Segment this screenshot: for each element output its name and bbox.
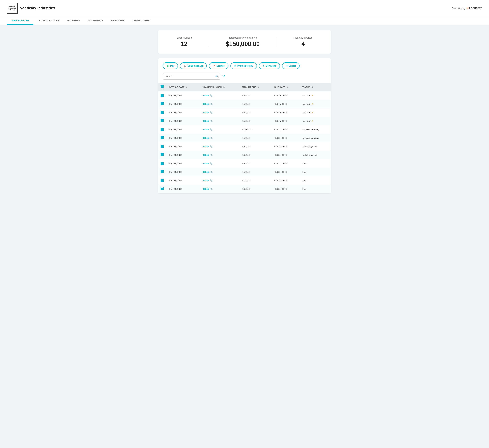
- dollar-sign: $: [242, 137, 243, 139]
- search-input[interactable]: [163, 73, 220, 80]
- status-badge: Partial payment: [302, 145, 317, 148]
- due-date-cell: Oct 15, 2019: [272, 100, 299, 108]
- status-badge: Payment pending: [302, 128, 319, 131]
- amount-value: 500.00: [244, 137, 250, 139]
- invoice-date-cell: Sep 31, 2019: [166, 117, 200, 125]
- download-button[interactable]: ⬇Download: [259, 63, 280, 69]
- row-checkbox[interactable]: [161, 187, 164, 190]
- invoice-number-link[interactable]: 12345: [203, 179, 209, 182]
- row-checkbox-cell: [158, 108, 166, 117]
- amount-due-cell: $ 306.00: [239, 151, 271, 159]
- status-cell: Past due ⚠: [299, 117, 331, 125]
- invoice-number-cell: 12345📎: [200, 168, 239, 176]
- due-date-header[interactable]: DUE DATE ⇅: [272, 83, 299, 91]
- table-row: Sep 31, 201912345📎$ 900.50Oct 31, 2019Op…: [158, 159, 331, 168]
- due-date-cell: Oct 31, 2019: [272, 168, 299, 176]
- row-checkbox[interactable]: [161, 153, 164, 156]
- row-checkbox-cell: [158, 159, 166, 168]
- dispute-button[interactable]: ❓Dispute: [209, 63, 228, 69]
- invoice-number-link[interactable]: 12345: [203, 154, 209, 156]
- promise-to-pay-label: Promise to pay: [237, 65, 253, 67]
- invoice-date-cell: Sep 31, 2019: [166, 151, 200, 159]
- amount-due-cell: $ 500.00: [239, 168, 271, 176]
- invoice-number-link[interactable]: 12345: [203, 162, 209, 165]
- invoice-date-cell: Sep 31, 2019: [166, 168, 200, 176]
- row-checkbox[interactable]: [161, 94, 164, 97]
- lockstep-badge: Connected by ✕ LOCKSTEP: [452, 7, 482, 10]
- invoice-number-link[interactable]: 12345: [203, 137, 209, 139]
- due-date-cell: Oct 31, 2019: [272, 125, 299, 134]
- attachment-icon: 📎: [210, 103, 212, 105]
- amount-due-header[interactable]: AMOUNT DUE ⇅: [239, 83, 271, 91]
- company-name: Vandelay Industries: [20, 6, 55, 10]
- attachment-icon: 📎: [210, 128, 212, 131]
- past-due-label: Past due invoices: [294, 36, 312, 39]
- nav-item-closed-invoices[interactable]: CLOSED INVOICES: [33, 16, 63, 25]
- row-checkbox[interactable]: [161, 119, 164, 122]
- table-row: Sep 31, 201912345📎$ 306.00Oct 31, 2019Pa…: [158, 151, 331, 159]
- status-cell: Open: [299, 168, 331, 176]
- invoice-number-link[interactable]: 12345: [203, 145, 209, 148]
- invoice-number-link[interactable]: 12345: [203, 128, 209, 131]
- nav-item-payments[interactable]: PAYMENTS: [63, 16, 84, 25]
- total-balance-value: $150,000.00: [226, 41, 260, 48]
- logo-area: Vandelay Industries Export Vandelay Indu…: [7, 3, 55, 14]
- row-checkbox-cell: [158, 100, 166, 108]
- amount-due-sort-icon: ⇅: [258, 86, 260, 89]
- total-balance-label: Total open invoice balance: [226, 36, 260, 39]
- row-checkbox[interactable]: [161, 128, 164, 131]
- invoice-number-link[interactable]: 12345: [203, 111, 209, 114]
- promise-to-pay-button[interactable]: ☆Promise to pay: [230, 63, 257, 69]
- nav-item-documents[interactable]: DOCUMENTS: [84, 16, 107, 25]
- invoice-number-header[interactable]: INVOICE NUMBER ⇅: [200, 83, 239, 91]
- invoice-number-link[interactable]: 12345: [203, 103, 209, 105]
- invoice-date-cell: Sep 31, 2019: [166, 159, 200, 168]
- amount-value: 306.00: [244, 154, 250, 156]
- search-icon-button[interactable]: 🔍: [215, 75, 219, 78]
- due-date-cell: Oct 15, 2019: [272, 91, 299, 100]
- warning-icon: ⚠: [311, 111, 314, 114]
- select-all-checkbox[interactable]: [161, 85, 164, 89]
- invoice-number-link[interactable]: 12345: [203, 188, 209, 190]
- row-checkbox[interactable]: [161, 179, 164, 182]
- row-checkbox-cell: [158, 125, 166, 134]
- invoice-number-link[interactable]: 12345: [203, 120, 209, 122]
- row-checkbox-cell: [158, 151, 166, 159]
- send-message-button[interactable]: 💬Send message: [180, 63, 207, 69]
- row-checkbox[interactable]: [161, 162, 164, 165]
- invoice-date-cell: Sep 31, 2019: [166, 142, 200, 151]
- amount-value: 500.00: [244, 94, 250, 97]
- status-header[interactable]: STATUS ⇅: [299, 83, 331, 91]
- nav-item-messages[interactable]: MESSAGES: [107, 16, 129, 25]
- row-checkbox[interactable]: [161, 136, 164, 139]
- table-row: Sep 31, 201912345📎$ 500.00Oct 31, 2019Op…: [158, 168, 331, 176]
- dollar-sign: $: [242, 188, 243, 190]
- table-row: Sep 31, 201912345📎$ 500.00Oct 15, 2019Pa…: [158, 117, 331, 125]
- status-cell: Past due ⚠: [299, 100, 331, 108]
- row-checkbox[interactable]: [161, 111, 164, 114]
- invoice-number-link[interactable]: 12345: [203, 171, 209, 173]
- row-checkbox-cell: [158, 91, 166, 100]
- invoice-number-link[interactable]: 12345: [203, 94, 209, 97]
- pay-button[interactable]: 💲Pay: [163, 63, 178, 69]
- row-checkbox[interactable]: [161, 170, 164, 173]
- invoice-number-sort-icon: ⇅: [223, 86, 225, 89]
- export-button[interactable]: ↗Export: [282, 63, 300, 69]
- invoice-date-cell: Sep 31, 2019: [166, 185, 200, 193]
- row-checkbox[interactable]: [161, 102, 164, 105]
- row-checkbox[interactable]: [161, 145, 164, 148]
- export-label: Export: [289, 65, 296, 67]
- nav-item-contact-info[interactable]: CONTACT INFO: [129, 16, 154, 25]
- invoice-date-cell: Sep 31, 2019: [166, 125, 200, 134]
- amount-due-cell: $ 140.00: [239, 176, 271, 185]
- invoice-date-cell: Sep 31, 2019: [166, 100, 200, 108]
- status-badge: Open: [302, 171, 307, 173]
- status-badge: Partial payment: [302, 154, 317, 156]
- invoice-date-header[interactable]: INVOICE DATE ⇅: [166, 83, 200, 91]
- check-col-header: [158, 83, 166, 91]
- amount-value: 900.50: [244, 162, 250, 165]
- attachment-icon: 📎: [210, 137, 212, 139]
- nav-item-open-invoices[interactable]: OPEN INVOICES: [7, 16, 33, 25]
- filter-icon[interactable]: ⧩: [222, 74, 225, 78]
- send-message-label: Send message: [188, 65, 203, 67]
